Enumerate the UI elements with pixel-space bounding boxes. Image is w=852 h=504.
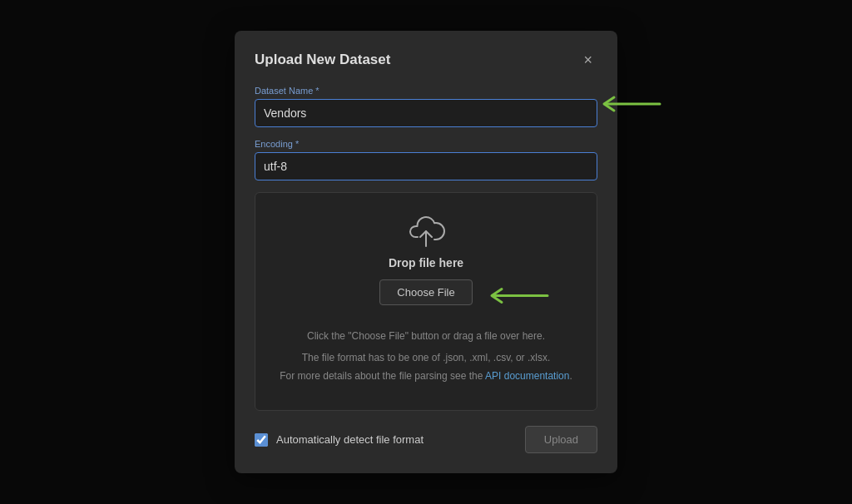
hint-text-1: Click the "Choose File" button or drag a… <box>272 329 580 343</box>
auto-detect-label-text: Automatically detect file format <box>276 433 424 446</box>
hint-text-3-prefix: For more details about the file parsing … <box>280 370 485 382</box>
api-documentation-link[interactable]: API documentation <box>485 370 569 382</box>
auto-detect-checkbox[interactable] <box>255 433 268 447</box>
dataset-name-input[interactable] <box>255 99 597 127</box>
close-button[interactable]: × <box>578 51 597 69</box>
dataset-name-field-group: Dataset Name * <box>255 86 597 127</box>
hint-text-2: The file format has to be one of .json, … <box>272 350 580 365</box>
upload-dataset-modal: Upload New Dataset × Dataset Name * Enco… <box>235 31 617 473</box>
auto-detect-checkbox-label[interactable]: Automatically detect file format <box>255 433 424 447</box>
dataset-name-label: Dataset Name * <box>255 86 597 96</box>
encoding-label: Encoding * <box>255 139 597 149</box>
dataset-name-arrow-indicator <box>597 93 664 120</box>
modal-overlay: Upload New Dataset × Dataset Name * Enco… <box>0 0 852 504</box>
encoding-input[interactable] <box>255 152 597 180</box>
hint-text-3: For more details about the file parsing … <box>272 368 580 383</box>
upload-button[interactable]: Upload <box>525 426 597 453</box>
choose-file-button[interactable]: Choose File <box>379 279 472 305</box>
choose-file-arrow-indicator <box>485 285 552 311</box>
hint-text-3-suffix: . <box>569 370 572 382</box>
choose-file-wrapper: Choose File <box>379 279 472 317</box>
modal-title: Upload New Dataset <box>255 52 390 68</box>
modal-footer: Automatically detect file format Upload <box>255 426 597 453</box>
encoding-field-group: Encoding * <box>255 139 597 180</box>
cloud-upload-icon <box>406 216 446 248</box>
drop-file-text: Drop file here <box>272 256 580 269</box>
modal-header: Upload New Dataset × <box>255 51 597 69</box>
file-drop-zone[interactable]: Drop file here Choose File Click the "Ch… <box>255 192 597 411</box>
